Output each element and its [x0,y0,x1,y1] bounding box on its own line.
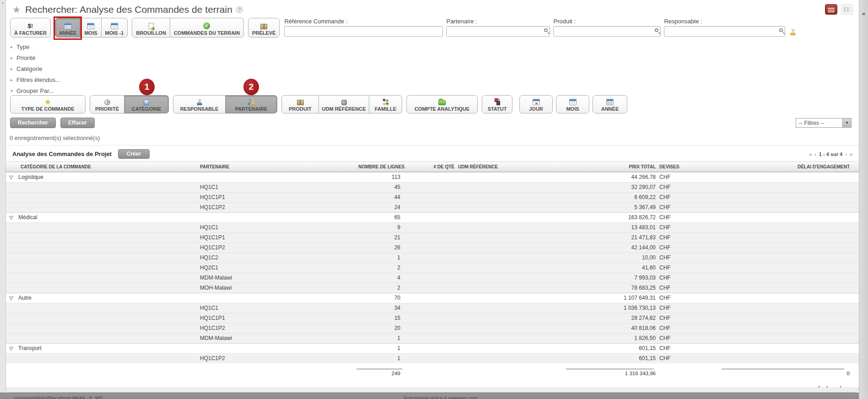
column-header[interactable]: UDM RÉFÉRENCE [456,162,516,172]
column-header[interactable]: NOMBRE DE LIGNES [356,162,402,172]
column-header[interactable]: DÉLAI D'ENGAGEMENT [722,162,859,172]
shapes-family-icon [383,99,389,105]
column-header[interactable]: CATÉGORIE DE LA COMMANDE [6,162,198,172]
groupby-statut-button[interactable]: STATUT [482,95,512,113]
column-header[interactable]: PRIX TOTAL [516,162,658,172]
groupby-produit-button[interactable]: PRODUIT [281,95,319,113]
star-icon: ★ [44,98,51,105]
filter-commandes-terrain-button[interactable]: ✓ COMMANDES DU TERRAIN [170,18,244,38]
table-row[interactable]: ▽Transport 1 601,15 CHF [6,343,859,353]
table-row[interactable]: ▽ HQ1C2 1 10,00 CHF [6,253,859,263]
delay-cell [722,183,859,192]
user-icon[interactable] [790,29,796,35]
table-row[interactable]: ▽ HQ1C1P2 26 42 144,00 CHF [6,243,859,253]
delay-cell [722,193,859,202]
groupby-partenaire-button[interactable]: PARTENAIRE [226,95,277,113]
filter-annee-button[interactable]: ANNÉE [55,18,81,38]
filters-dropdown[interactable]: -- Filtres -- ▼ [796,118,852,128]
help-icon[interactable]: ? [236,6,243,13]
qty-cell [402,283,456,293]
calendar-month-icon [111,23,118,29]
reference-input[interactable] [284,26,443,37]
qty-cell [402,193,456,202]
section-priorite[interactable]: ▸ Priorité [11,52,859,63]
prev-page-icon[interactable]: ‹ [814,151,816,157]
groupby-responsable-button[interactable]: RESPONSABLE [173,95,226,113]
table-row[interactable]: ▽ HQ1C1P1 21 21 471,83 CHF [6,232,859,243]
responsible-input[interactable] [664,26,785,37]
partner-input[interactable] [446,26,550,37]
lines-count-cell: 2 [356,263,402,273]
product-input[interactable] [553,26,661,37]
last-page-icon[interactable]: » [850,151,852,157]
currency-cell: CHF [658,233,722,243]
create-button[interactable]: Créer [118,149,150,159]
table-row[interactable]: ▽ HQ2C1 2 41,60 CHF [6,263,859,273]
table-row[interactable]: ▽Médical 65 163 826,72 CHF [6,212,859,222]
column-header[interactable]: DEVISES [658,162,722,172]
column-header[interactable]: PARTENAIRE [198,162,356,172]
groupby-priorite-button[interactable]: PRIORITÉ [90,95,124,113]
currency-cell: CHF [658,303,722,313]
delay-cell [722,303,859,313]
table-row[interactable]: ▽ MOH-Malawi 2 78 683,25 CHF [6,283,859,293]
price-cell: 21 471,83 [516,233,658,243]
groupby-compte-analytique-button[interactable]: COMPTE ANALYTIQUE [406,95,478,113]
search-button[interactable]: Rechercher [10,118,56,128]
table-row[interactable]: ▽ MDM-Malawi 4 7 993,03 CHF [6,273,859,283]
currency-cell: CHF [658,243,722,253]
groupby-categorie-button[interactable]: CATÉGORIE [124,95,169,113]
table-row[interactable]: ▽ MDM-Malawi 1 1 826,50 CHF [6,333,859,343]
groupby-annee-button[interactable]: ANNÉE [593,95,627,113]
session-info: socketv/admin@localhost:f4644 - fr_MS [14,395,103,399]
filter-mois-1-button[interactable]: MOIS -1 [102,18,128,38]
delay-cell [722,354,859,363]
powered-by-label[interactable]: Fonctionne grâce à openerp.com [404,395,477,399]
partner-field-group: Partenaire : [446,18,550,37]
table-row[interactable]: ▽ HQ1C1P2 24 5 367,49 CHF [6,202,859,212]
table-row[interactable]: ▽ HQ1C1 45 32 290,07 CHF [6,182,859,192]
groupby-jour-button[interactable]: JOUR [519,95,553,113]
clear-button[interactable]: Effacer [60,118,95,128]
section-categorie[interactable]: ▸ Catégorie [11,63,859,74]
group-collapse-icon[interactable]: ▽ [8,173,14,182]
table-row[interactable]: ▽Logistique 113 44 266,78 CHF [6,172,859,182]
table-row[interactable]: ▽Autre 70 1 107 649,31 CHF [6,293,859,303]
group-collapse-icon[interactable]: ▽ [8,213,14,222]
table-row[interactable]: ▽ HQ1C1P1 44 6 609,22 CHF [6,192,859,202]
actions-row: Rechercher Effacer -- Filtres -- ▼ [6,113,859,128]
group-collapse-icon[interactable]: ▽ [8,293,14,303]
column-header[interactable]: # DE QTÉ [402,162,456,172]
groupby-mois-button[interactable]: MOIS [556,95,589,113]
search-filter-bar: $! À FACTURER ANNÉE MOIS MOIS -1 BROUILL… [6,16,859,38]
collapse-right-icon[interactable]: « [859,10,868,17]
page-title: Rechercher: Analyse des Commandes de ter… [25,4,232,15]
price-cell: 41,60 [516,263,658,273]
filter-brouillon-button[interactable]: BROUILLON [132,18,170,38]
next-page-icon[interactable]: › [845,151,847,157]
green-folder-icon [438,100,446,105]
left-sidebar-collapse-handle[interactable]: » [0,0,6,399]
filter-mois-button[interactable]: MOIS [81,18,101,38]
groupby-famille-button[interactable]: FAMILLE [369,95,402,113]
filter-preleve-button[interactable]: PRÉLEVÉ [248,18,280,38]
groupby-type-de-commande-button[interactable]: ★ TYPE DE COMMANDE [10,95,86,113]
table-row[interactable]: ▽ HQ1C1 34 1 036 730,13 CHF [6,303,859,313]
table-row[interactable]: ▽ HQ1C1P2 1 601,15 CHF [6,353,859,363]
section-filtres-etendus[interactable]: ▸ Filtres étendus... [11,74,859,85]
first-page-icon[interactable]: « [809,151,812,157]
chevron-right-icon: ▸ [11,44,16,49]
table-row[interactable]: ▽ HQ1C1P1 15 28 274,62 CHF [6,313,859,323]
right-panel-strip[interactable]: « [859,0,868,399]
udm-cell [456,213,516,222]
section-type[interactable]: ▸ Type [11,41,859,52]
delay-cell [722,233,859,243]
groupby-udm-reference-button[interactable]: UDM RÉFÉRENCE [319,95,369,113]
table-row[interactable]: ▽ HQ1C1 9 13 483,01 CHF [6,222,859,232]
favorite-star-icon[interactable]: ★ [12,4,21,15]
columns-view-icon[interactable] [841,4,853,15]
group-collapse-icon[interactable]: ▽ [8,344,14,353]
list-view-icon[interactable] [825,4,837,15]
filter-a-facturer-button[interactable]: $! À FACTURER [10,18,51,38]
table-row[interactable]: ▽ HQ1C1P2 20 40 818,06 CHF [6,323,859,333]
